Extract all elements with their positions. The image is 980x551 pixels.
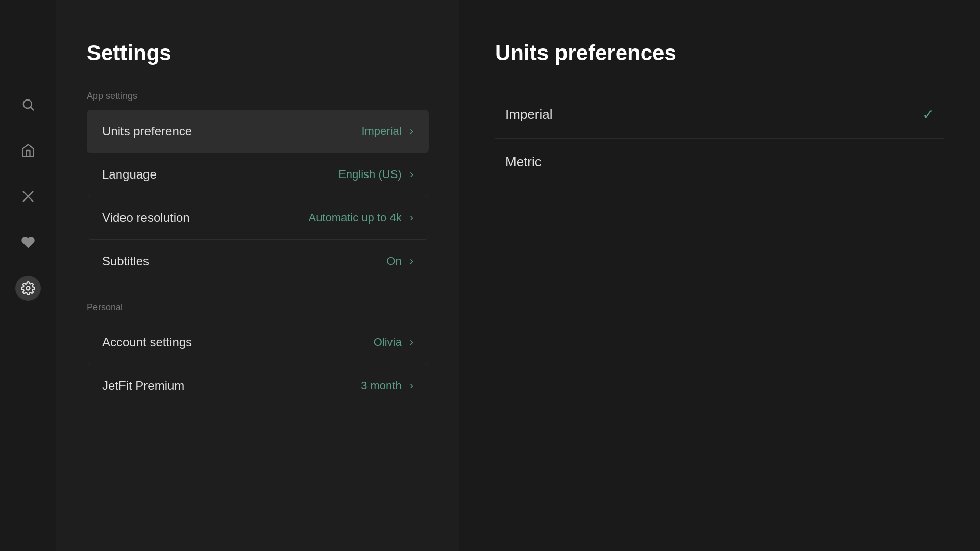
imperial-option[interactable]: Imperial ✓ — [495, 91, 944, 139]
svg-line-1 — [31, 107, 33, 110]
subtitles-chevron-icon: › — [410, 255, 413, 268]
units-options-list: Imperial ✓ Metric — [495, 91, 944, 185]
app-settings-section: App settings Units preference Imperial ›… — [87, 91, 429, 283]
page-title: Settings — [87, 41, 429, 65]
units-panel-title: Units preferences — [495, 41, 944, 65]
personal-section: Personal Account settings Olivia › JetFi… — [87, 302, 429, 407]
settings-panel: Settings App settings Units preference I… — [56, 0, 459, 551]
imperial-check-icon: ✓ — [922, 106, 934, 123]
svg-point-0 — [23, 100, 32, 108]
units-panel: Units preferences Imperial ✓ Metric — [459, 0, 980, 551]
video-resolution-label: Video resolution — [102, 211, 190, 225]
units-preference-value: Imperial — [361, 124, 401, 138]
units-preference-value-group: Imperial › — [361, 124, 413, 138]
video-resolution-value-group: Automatic up to 4k › — [308, 211, 413, 224]
language-value-group: English (US) › — [338, 168, 413, 181]
jetfit-premium-value: 3 month — [361, 379, 402, 392]
jetfit-premium-label: JetFit Premium — [102, 379, 184, 393]
subtitles-item[interactable]: Subtitles On › — [87, 240, 429, 283]
home-icon[interactable] — [15, 138, 41, 163]
personal-label: Personal — [87, 302, 429, 313]
account-settings-chevron-icon: › — [410, 336, 413, 349]
account-settings-item[interactable]: Account settings Olivia › — [87, 321, 429, 364]
jetfit-premium-item[interactable]: JetFit Premium 3 month › — [87, 364, 429, 407]
video-resolution-value: Automatic up to 4k — [308, 211, 401, 224]
sidebar — [0, 0, 56, 551]
personal-settings-list: Account settings Olivia › JetFit Premium… — [87, 321, 429, 407]
language-item[interactable]: Language English (US) › — [87, 153, 429, 196]
account-settings-value: Olivia — [374, 336, 402, 349]
search-icon[interactable] — [15, 92, 41, 117]
account-settings-value-group: Olivia › — [374, 336, 413, 349]
units-preference-item[interactable]: Units preference Imperial › — [87, 110, 429, 153]
subtitles-value-group: On › — [386, 255, 413, 268]
metric-option[interactable]: Metric — [495, 139, 944, 185]
units-preference-label: Units preference — [102, 124, 192, 138]
language-value: English (US) — [338, 168, 401, 181]
jetfit-premium-value-group: 3 month › — [361, 379, 413, 392]
language-label: Language — [102, 167, 157, 182]
subtitles-value: On — [386, 255, 401, 268]
svg-point-4 — [27, 287, 30, 290]
tools-icon[interactable] — [15, 184, 41, 209]
metric-label: Metric — [505, 154, 542, 170]
subtitles-label: Subtitles — [102, 254, 149, 268]
favorites-icon[interactable] — [15, 230, 41, 255]
app-settings-list: Units preference Imperial › Language Eng… — [87, 110, 429, 283]
units-chevron-icon: › — [410, 124, 413, 138]
video-resolution-item[interactable]: Video resolution Automatic up to 4k › — [87, 196, 429, 240]
settings-icon[interactable] — [15, 276, 41, 301]
video-resolution-chevron-icon: › — [410, 211, 413, 224]
language-chevron-icon: › — [410, 168, 413, 181]
app-settings-label: App settings — [87, 91, 429, 102]
jetfit-premium-chevron-icon: › — [410, 379, 413, 392]
imperial-label: Imperial — [505, 107, 552, 122]
account-settings-label: Account settings — [102, 335, 192, 349]
